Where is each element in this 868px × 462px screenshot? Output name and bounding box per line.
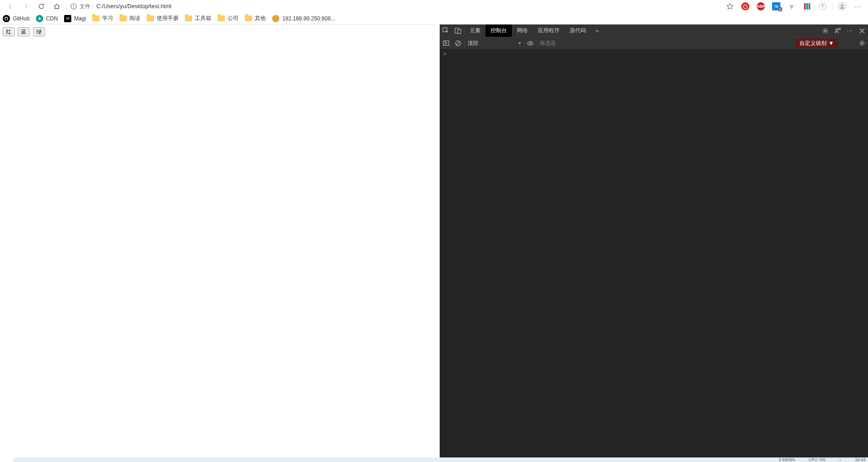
button-green[interactable]: 绿 xyxy=(33,27,45,36)
net-speed: 3.93KB/s xyxy=(779,457,795,462)
extension-color-blocks[interactable] xyxy=(799,0,815,13)
svg-rect-10 xyxy=(458,29,461,34)
separator xyxy=(832,3,833,10)
page-content: 红 蓝 绿 xyxy=(0,25,440,457)
bookmark-label: 学习 xyxy=(102,15,113,22)
devtools-settings-button[interactable] xyxy=(819,25,831,37)
device-toolbar-button[interactable] xyxy=(452,25,464,37)
cpu-usage: CPU: 0% xyxy=(808,457,825,462)
clear-icon xyxy=(455,40,461,46)
context-label: 顶部 xyxy=(467,39,478,48)
bookmark-label: 阅读 xyxy=(129,15,140,22)
clear-console-button[interactable] xyxy=(452,37,464,49)
bookmark-item[interactable]: 192.168.99.250:808... xyxy=(272,15,335,22)
svg-point-11 xyxy=(824,30,826,32)
svg-point-18 xyxy=(530,42,531,44)
vertical-dots-icon: ⋮ xyxy=(847,28,853,33)
extension-abp[interactable]: ABP xyxy=(753,0,769,13)
extension-y[interactable]: Y xyxy=(815,0,830,13)
separator xyxy=(66,3,67,10)
log-level-label: 自定义级别 xyxy=(799,38,827,48)
bookmark-item[interactable]: ◆CDN xyxy=(36,15,58,22)
folder-icon xyxy=(119,15,127,21)
bookmark-label: 192.168.99.250:808... xyxy=(282,15,335,22)
address-url[interactable]: C:/Users/yu/Desktop/test.html xyxy=(96,3,171,10)
console-settings-button[interactable] xyxy=(856,37,868,49)
home-button[interactable] xyxy=(49,0,64,13)
bookmark-item[interactable]: MMagi xyxy=(64,15,86,22)
more-button[interactable]: ··· xyxy=(850,0,865,13)
circle-icon: ◯ xyxy=(741,2,749,10)
back-button[interactable] xyxy=(3,0,18,13)
tab-console[interactable]: 控制台 xyxy=(486,25,512,37)
console-toolbar: 顶部 ▾ 自定义级别 ▼ xyxy=(440,37,868,49)
bookmark-label: 使用手册 xyxy=(157,15,179,22)
bookmark-item[interactable]: 使用手册 xyxy=(147,15,179,22)
refresh-button[interactable] xyxy=(34,0,49,13)
forward-button[interactable] xyxy=(18,0,34,13)
live-expression-button[interactable] xyxy=(524,37,536,49)
v-icon: ▾ xyxy=(790,2,794,11)
y-icon: Y xyxy=(819,3,826,10)
bookmark-label: 工具箱 xyxy=(195,15,211,22)
tab-network[interactable]: 网络 xyxy=(512,25,533,37)
devtools-tabstrip: 元素 控制台 网络 应用程序 源代码 » ⋮ xyxy=(440,25,868,37)
extension-gray-v[interactable]: ▾ xyxy=(784,0,799,13)
tab-elements[interactable]: 元素 xyxy=(465,25,486,37)
bookmark-item[interactable]: 学习 xyxy=(92,15,113,22)
clock: 16:43 xyxy=(855,457,865,462)
more-tabs-button[interactable]: » xyxy=(591,25,603,37)
console-sidebar-toggle[interactable] xyxy=(440,37,452,49)
svg-line-17 xyxy=(456,41,460,45)
bookmark-label: GitHub xyxy=(13,15,30,22)
favorite-button[interactable] xyxy=(722,0,738,13)
svg-point-1 xyxy=(73,5,74,5)
bookmark-item[interactable]: 工具箱 xyxy=(185,15,211,22)
extension-shopping[interactable]: 🛍0 xyxy=(769,0,784,13)
taskbar-sliver: 3.93KB/s CPU: 0% » 16:43 xyxy=(0,457,868,462)
info-icon xyxy=(70,3,77,10)
devtools-close-button[interactable] xyxy=(856,25,868,37)
context-selector[interactable]: 顶部 ▾ xyxy=(465,39,524,48)
github-icon xyxy=(3,15,10,22)
badge-count: 0 xyxy=(779,7,782,11)
button-red[interactable]: 红 xyxy=(3,27,15,36)
bookmarks-bar: GitHub◆CDNMMagi学习阅读使用手册工具箱公司其他192.168.99… xyxy=(0,13,868,25)
inspect-element-button[interactable] xyxy=(440,25,452,37)
svg-rect-2 xyxy=(73,6,74,8)
color-blocks-icon xyxy=(804,3,810,10)
svg-rect-13 xyxy=(838,28,840,29)
button-blue[interactable]: 蓝 xyxy=(18,27,30,36)
filter-input[interactable] xyxy=(537,39,610,48)
svg-point-6 xyxy=(841,5,843,7)
extension-red-1[interactable]: ◯ xyxy=(738,0,753,13)
console-output[interactable]: > xyxy=(440,49,868,457)
jenkins-icon xyxy=(272,15,279,22)
tab-sources[interactable]: 源代码 xyxy=(565,25,591,37)
person-feedback-icon xyxy=(834,28,841,34)
profile-button[interactable] xyxy=(834,0,850,13)
gear-icon xyxy=(859,40,865,46)
folder-icon xyxy=(218,15,225,21)
bookmark-item[interactable]: 其他 xyxy=(245,15,266,22)
bookmark-item[interactable]: 阅读 xyxy=(119,15,140,22)
chevron-down-icon: ▾ xyxy=(518,39,521,48)
folder-icon xyxy=(92,15,99,21)
site-info[interactable]: 文件 xyxy=(70,3,90,10)
svg-point-19 xyxy=(861,42,863,44)
profile-avatar-icon xyxy=(838,2,847,11)
sidebar-toggle-icon xyxy=(443,40,449,46)
devtools-feedback-button[interactable] xyxy=(831,25,843,37)
devtools-menu-button[interactable]: ⋮ xyxy=(843,25,856,37)
svg-point-12 xyxy=(835,29,837,30)
separator xyxy=(92,3,93,10)
bookmark-label: 其他 xyxy=(255,15,266,22)
shopping-bag-icon: 🛍0 xyxy=(772,2,780,10)
browser-toolbar: 文件 C:/Users/yu/Desktop/test.html ◯ ABP 🛍… xyxy=(0,0,868,13)
folder-icon xyxy=(147,15,154,21)
tray-chevrons-icon[interactable]: » xyxy=(839,457,841,462)
bookmark-item[interactable]: 公司 xyxy=(218,15,238,22)
log-level-selector[interactable]: 自定义级别 ▼ xyxy=(796,38,838,48)
tab-application[interactable]: 应用程序 xyxy=(533,25,565,37)
bookmark-item[interactable]: GitHub xyxy=(3,15,30,22)
